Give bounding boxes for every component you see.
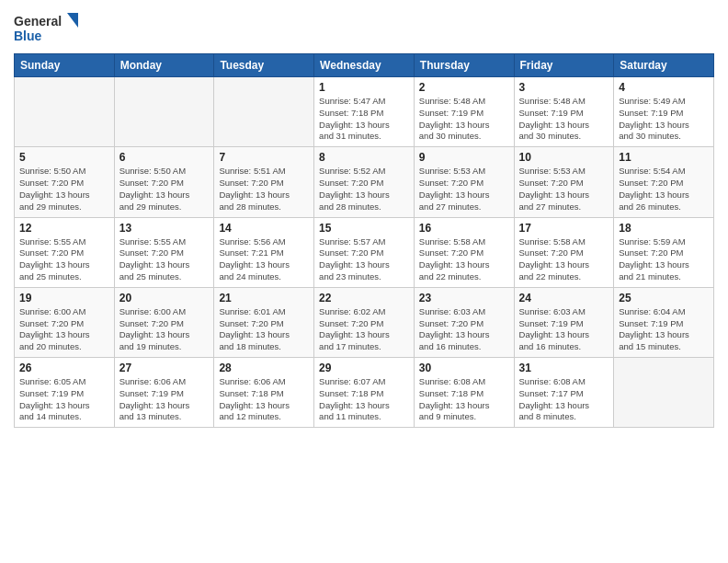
calendar-week-row: 1Sunrise: 5:47 AM Sunset: 7:18 PM Daylig…	[15, 77, 714, 147]
calendar-cell: 12Sunrise: 5:55 AM Sunset: 7:20 PM Dayli…	[15, 217, 115, 287]
calendar-cell: 30Sunrise: 6:08 AM Sunset: 7:18 PM Dayli…	[414, 358, 514, 428]
logo-svg: General Blue	[14, 9, 78, 46]
day-number: 17	[519, 222, 609, 235]
day-number: 29	[319, 362, 409, 374]
page: General Blue SundayMondayTuesdayWednesda…	[0, 0, 728, 563]
day-number: 21	[219, 292, 309, 304]
calendar-cell	[114, 77, 214, 147]
day-info: Sunrise: 6:03 AM Sunset: 7:20 PM Dayligh…	[419, 306, 509, 353]
day-number: 8	[319, 151, 409, 164]
calendar-cell: 10Sunrise: 5:53 AM Sunset: 7:20 PM Dayli…	[514, 147, 614, 217]
calendar-week-row: 5Sunrise: 5:50 AM Sunset: 7:20 PM Daylig…	[15, 147, 714, 217]
day-info: Sunrise: 6:03 AM Sunset: 7:19 PM Dayligh…	[519, 306, 609, 353]
day-number: 18	[619, 222, 709, 235]
calendar-cell: 9Sunrise: 5:53 AM Sunset: 7:20 PM Daylig…	[414, 147, 514, 217]
day-info: Sunrise: 6:00 AM Sunset: 7:20 PM Dayligh…	[19, 306, 109, 353]
day-info: Sunrise: 5:50 AM Sunset: 7:20 PM Dayligh…	[119, 166, 210, 213]
day-number: 16	[419, 222, 509, 235]
day-number: 25	[619, 292, 709, 304]
day-info: Sunrise: 5:55 AM Sunset: 7:20 PM Dayligh…	[19, 236, 109, 283]
day-info: Sunrise: 5:57 AM Sunset: 7:20 PM Dayligh…	[319, 236, 409, 283]
day-info: Sunrise: 5:53 AM Sunset: 7:20 PM Dayligh…	[519, 166, 609, 213]
calendar-cell: 24Sunrise: 6:03 AM Sunset: 7:19 PM Dayli…	[514, 287, 614, 357]
day-number: 6	[119, 151, 210, 164]
day-info: Sunrise: 6:08 AM Sunset: 7:18 PM Dayligh…	[419, 376, 509, 423]
day-info: Sunrise: 5:48 AM Sunset: 7:19 PM Dayligh…	[519, 96, 609, 143]
calendar-cell: 2Sunrise: 5:48 AM Sunset: 7:19 PM Daylig…	[414, 77, 514, 147]
day-info: Sunrise: 5:47 AM Sunset: 7:18 PM Dayligh…	[319, 96, 409, 143]
calendar-cell: 27Sunrise: 6:06 AM Sunset: 7:19 PM Dayli…	[114, 358, 214, 428]
day-number: 31	[519, 362, 609, 374]
day-number: 9	[419, 151, 509, 164]
day-info: Sunrise: 5:59 AM Sunset: 7:20 PM Dayligh…	[619, 236, 709, 283]
day-info: Sunrise: 6:01 AM Sunset: 7:20 PM Dayligh…	[219, 306, 309, 353]
calendar-cell: 25Sunrise: 6:04 AM Sunset: 7:19 PM Dayli…	[614, 287, 714, 357]
calendar-cell	[15, 77, 115, 147]
day-info: Sunrise: 6:08 AM Sunset: 7:17 PM Dayligh…	[519, 376, 609, 423]
day-of-week-header: Tuesday	[214, 54, 314, 77]
svg-marker-2	[67, 13, 78, 28]
calendar-cell: 15Sunrise: 5:57 AM Sunset: 7:20 PM Dayli…	[314, 217, 415, 287]
day-info: Sunrise: 5:52 AM Sunset: 7:20 PM Dayligh…	[319, 166, 409, 213]
calendar-cell	[214, 77, 314, 147]
day-info: Sunrise: 5:54 AM Sunset: 7:20 PM Dayligh…	[619, 166, 709, 213]
day-number: 3	[519, 81, 609, 94]
calendar-cell: 21Sunrise: 6:01 AM Sunset: 7:20 PM Dayli…	[214, 287, 314, 357]
calendar-cell: 28Sunrise: 6:06 AM Sunset: 7:18 PM Dayli…	[214, 358, 314, 428]
calendar-cell: 23Sunrise: 6:03 AM Sunset: 7:20 PM Dayli…	[414, 287, 514, 357]
svg-text:General: General	[14, 14, 62, 29]
calendar-cell: 6Sunrise: 5:50 AM Sunset: 7:20 PM Daylig…	[114, 147, 214, 217]
day-number: 23	[419, 292, 509, 304]
day-number: 22	[319, 292, 409, 304]
calendar-cell: 11Sunrise: 5:54 AM Sunset: 7:20 PM Dayli…	[614, 147, 714, 217]
day-info: Sunrise: 6:05 AM Sunset: 7:19 PM Dayligh…	[19, 376, 109, 423]
day-info: Sunrise: 5:58 AM Sunset: 7:20 PM Dayligh…	[519, 236, 609, 283]
day-number: 27	[119, 362, 210, 374]
day-number: 7	[219, 151, 309, 164]
calendar-table: SundayMondayTuesdayWednesdayThursdayFrid…	[14, 53, 714, 428]
day-number: 12	[19, 222, 109, 235]
calendar-cell: 26Sunrise: 6:05 AM Sunset: 7:19 PM Dayli…	[15, 358, 115, 428]
day-number: 5	[19, 151, 109, 164]
calendar-header-row: SundayMondayTuesdayWednesdayThursdayFrid…	[15, 54, 714, 77]
logo: General Blue	[14, 9, 78, 46]
day-of-week-header: Monday	[114, 54, 214, 77]
day-number: 28	[219, 362, 309, 374]
calendar-cell: 4Sunrise: 5:49 AM Sunset: 7:19 PM Daylig…	[614, 77, 714, 147]
day-info: Sunrise: 5:49 AM Sunset: 7:19 PM Dayligh…	[619, 96, 709, 143]
day-of-week-header: Friday	[514, 54, 614, 77]
calendar-cell: 17Sunrise: 5:58 AM Sunset: 7:20 PM Dayli…	[514, 217, 614, 287]
calendar-cell: 1Sunrise: 5:47 AM Sunset: 7:18 PM Daylig…	[314, 77, 415, 147]
day-info: Sunrise: 5:58 AM Sunset: 7:20 PM Dayligh…	[419, 236, 509, 283]
calendar-week-row: 12Sunrise: 5:55 AM Sunset: 7:20 PM Dayli…	[15, 217, 714, 287]
day-number: 10	[519, 151, 609, 164]
svg-text:Blue: Blue	[14, 29, 42, 43]
calendar-cell	[614, 358, 714, 428]
day-of-week-header: Saturday	[614, 54, 714, 77]
day-number: 2	[419, 81, 509, 94]
calendar-cell: 13Sunrise: 5:55 AM Sunset: 7:20 PM Dayli…	[114, 217, 214, 287]
day-number: 15	[319, 222, 409, 235]
calendar-cell: 22Sunrise: 6:02 AM Sunset: 7:20 PM Dayli…	[314, 287, 415, 357]
calendar-cell: 8Sunrise: 5:52 AM Sunset: 7:20 PM Daylig…	[314, 147, 415, 217]
day-number: 11	[619, 151, 709, 164]
day-number: 24	[519, 292, 609, 304]
day-number: 14	[219, 222, 309, 235]
day-number: 30	[419, 362, 509, 374]
day-number: 26	[19, 362, 109, 374]
day-info: Sunrise: 5:48 AM Sunset: 7:19 PM Dayligh…	[419, 96, 509, 143]
calendar-cell: 20Sunrise: 6:00 AM Sunset: 7:20 PM Dayli…	[114, 287, 214, 357]
calendar-cell: 31Sunrise: 6:08 AM Sunset: 7:17 PM Dayli…	[514, 358, 614, 428]
calendar-week-row: 19Sunrise: 6:00 AM Sunset: 7:20 PM Dayli…	[15, 287, 714, 357]
calendar-cell: 14Sunrise: 5:56 AM Sunset: 7:21 PM Dayli…	[214, 217, 314, 287]
day-number: 4	[619, 81, 709, 94]
calendar-cell: 29Sunrise: 6:07 AM Sunset: 7:18 PM Dayli…	[314, 358, 415, 428]
day-info: Sunrise: 6:00 AM Sunset: 7:20 PM Dayligh…	[119, 306, 210, 353]
day-info: Sunrise: 5:55 AM Sunset: 7:20 PM Dayligh…	[119, 236, 210, 283]
day-info: Sunrise: 6:07 AM Sunset: 7:18 PM Dayligh…	[319, 376, 409, 423]
day-info: Sunrise: 6:06 AM Sunset: 7:19 PM Dayligh…	[119, 376, 210, 423]
day-info: Sunrise: 5:51 AM Sunset: 7:20 PM Dayligh…	[219, 166, 309, 213]
calendar-cell: 7Sunrise: 5:51 AM Sunset: 7:20 PM Daylig…	[214, 147, 314, 217]
day-info: Sunrise: 6:02 AM Sunset: 7:20 PM Dayligh…	[319, 306, 409, 353]
day-of-week-header: Sunday	[15, 54, 115, 77]
